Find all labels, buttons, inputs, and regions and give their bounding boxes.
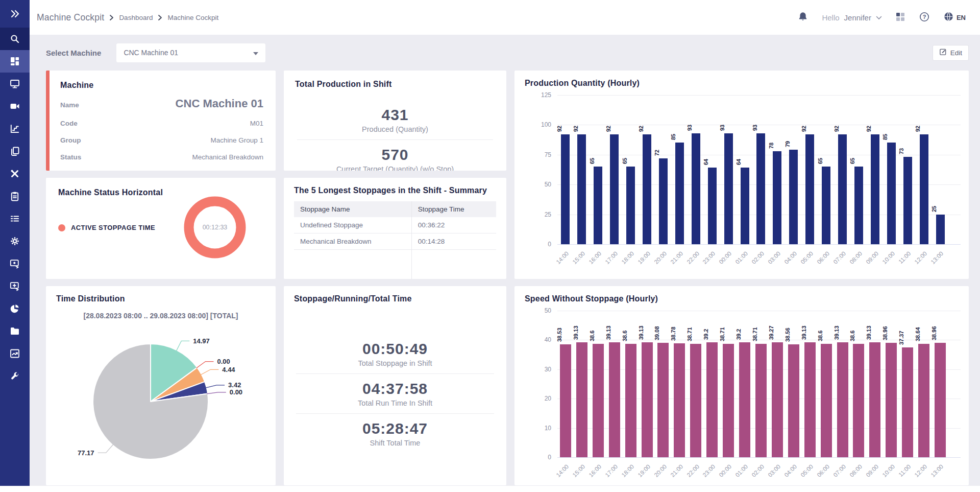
notifications-button[interactable] xyxy=(797,11,808,24)
x-axis-label: 10:00 xyxy=(881,463,896,478)
video-camera-icon xyxy=(10,101,20,111)
gridline xyxy=(557,125,961,125)
bar xyxy=(723,344,734,457)
table-empty-area xyxy=(294,250,496,279)
machine-select[interactable]: CNC Machine 01 xyxy=(116,43,265,62)
greeting-text: Hello xyxy=(822,13,839,22)
bar xyxy=(804,342,816,457)
y-axis-label: 75 xyxy=(525,151,551,158)
chevron-right-icon xyxy=(158,15,162,20)
pie-leader-line xyxy=(98,444,113,453)
pencil-icon xyxy=(939,48,947,57)
time-distribution-subtitle: [28.08.2023 08:00 .. 29.08.2023 08:00] [… xyxy=(56,312,265,320)
bar xyxy=(871,134,879,244)
bar-value-label: 25 xyxy=(931,205,937,212)
apps-grid-button[interactable] xyxy=(895,12,905,24)
bar-value-label: 39.13 xyxy=(605,326,611,340)
breadcrumb-root[interactable]: Machine Cockpit xyxy=(37,12,104,23)
bar xyxy=(708,168,717,244)
sidebar-item-files[interactable] xyxy=(0,320,30,342)
x-axis-label: 09:00 xyxy=(865,463,879,478)
sidebar-item-screen-config[interactable] xyxy=(0,252,30,275)
help-button[interactable]: ? xyxy=(919,11,930,24)
sidebar-item-search[interactable] xyxy=(0,28,30,50)
bar-value-label: 92 xyxy=(801,126,807,132)
sidebar-item-dashboard[interactable] xyxy=(0,50,30,73)
bar-value-label: 39.13 xyxy=(801,326,807,340)
legend-label: ACTIVE STOPPAGE TIME xyxy=(71,224,155,231)
y-axis-label: 40 xyxy=(525,336,551,343)
bar xyxy=(854,167,863,244)
bar xyxy=(903,157,912,244)
gear-icon xyxy=(10,236,20,246)
x-axis-label: 20:00 xyxy=(653,250,668,265)
bar xyxy=(576,342,587,457)
sidebar-expand-button[interactable] xyxy=(0,0,30,28)
cell-stoppage-name: Undefined Stoppage xyxy=(294,217,411,233)
bar-value-label: 39.13 xyxy=(834,326,840,340)
machine-field-status: Status Mechanical Breakdown xyxy=(60,153,263,161)
user-menu[interactable]: Hello Jennifer xyxy=(822,13,882,22)
bar xyxy=(755,344,767,457)
sidebar-item-utilities[interactable] xyxy=(0,365,30,387)
sidebar-item-step-chart[interactable] xyxy=(0,118,30,140)
sidebar-item-maintenance[interactable] xyxy=(0,162,30,185)
x-axis-label: 05:00 xyxy=(799,463,814,478)
sidebar-item-settings[interactable] xyxy=(0,230,30,252)
sidebar-item-monitoring[interactable] xyxy=(0,73,30,95)
gridline xyxy=(557,95,961,96)
user-name: Jennifer xyxy=(844,13,871,22)
sidebar-item-lists[interactable] xyxy=(0,207,30,230)
gridline xyxy=(557,457,961,458)
x-axis-label: 11:00 xyxy=(897,463,912,478)
sidebar-item-documents[interactable] xyxy=(0,140,30,162)
edit-button[interactable]: Edit xyxy=(933,45,969,61)
x-axis-label: 22:00 xyxy=(685,463,700,478)
sidebar-item-screen-add[interactable] xyxy=(0,275,30,297)
bar xyxy=(674,343,685,457)
field-label: Status xyxy=(60,153,81,161)
bar-value-label: 72 xyxy=(654,150,660,156)
sidebar-item-video[interactable] xyxy=(0,95,30,118)
sidebar-item-checklist[interactable] xyxy=(0,185,30,207)
machine-card-title: Machine xyxy=(60,81,263,90)
x-axis-label: 18:00 xyxy=(620,463,635,478)
machine-card-accent xyxy=(46,71,50,171)
machine-card: Machine Name CNC Machine 01 Code M01 Gro… xyxy=(46,71,276,171)
pie-leader-line xyxy=(176,341,189,351)
bar xyxy=(561,134,570,244)
chevron-right-icon xyxy=(110,15,113,20)
caret-down-icon xyxy=(253,48,258,57)
x-axis-label: 08:00 xyxy=(848,463,863,478)
x-axis-label: 03:00 xyxy=(767,250,782,265)
sidebar-item-analytics[interactable] xyxy=(0,297,30,320)
table-header-row: Stoppage Name Stoppage Time xyxy=(294,201,496,217)
search-icon xyxy=(10,34,20,44)
machine-status-legend[interactable]: ACTIVE STOPPAGE TIME xyxy=(58,224,155,231)
bar-value-label: 38.6 xyxy=(589,331,595,341)
bar-value-label: 38.6 xyxy=(622,331,628,341)
breadcrumb-item-dashboard[interactable]: Dashboard xyxy=(119,14,153,21)
globe-icon xyxy=(943,11,954,24)
y-axis-label: 125 xyxy=(525,91,551,99)
x-axis-label: 04:00 xyxy=(783,250,798,265)
x-axis-label: 00:00 xyxy=(718,463,733,478)
total-run-time-metric: 04:37:58 Total Run Time In Shift xyxy=(294,380,496,407)
svg-text:?: ? xyxy=(923,14,926,20)
bar xyxy=(756,133,765,244)
time-summary-card: Stoppage/Running/Total Time 00:50:49 Tot… xyxy=(284,286,506,485)
bar-value-label: 92 xyxy=(834,126,840,132)
clipboard-icon xyxy=(10,191,20,201)
language-button[interactable]: EN xyxy=(943,11,966,24)
breadcrumb-item-machine-cockpit[interactable]: Machine Cockpit xyxy=(167,14,218,21)
pie-slice-label: 3.42 xyxy=(228,381,241,389)
y-axis-label: 100 xyxy=(525,121,551,128)
folder-icon xyxy=(10,326,20,336)
bell-icon xyxy=(797,11,808,24)
sidebar-item-reports[interactable] xyxy=(0,342,30,365)
divider xyxy=(296,413,494,414)
bar-value-label: 78 xyxy=(768,143,774,149)
x-axis-label: 07:00 xyxy=(832,250,847,265)
bar xyxy=(690,344,701,457)
total-production-title: Total Production in Shift xyxy=(295,80,495,89)
